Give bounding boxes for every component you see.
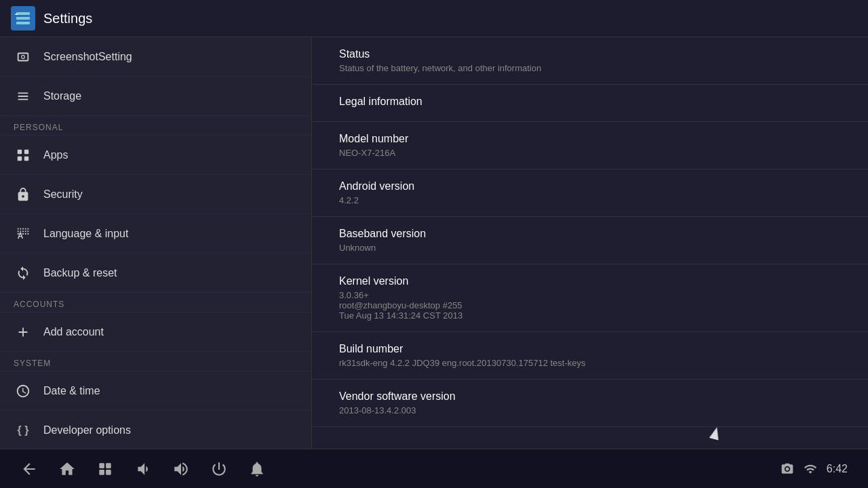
- apps-icon: [14, 146, 33, 165]
- svg-text:A: A: [18, 231, 24, 241]
- legal-title: Legal information: [339, 96, 841, 108]
- info-android[interactable]: Android version 4.2.2: [312, 169, 868, 217]
- nav-left: [20, 460, 266, 478]
- android-title: Android version: [339, 180, 841, 192]
- model-title: Model number: [339, 133, 841, 145]
- baseband-subtitle: Unknown: [339, 243, 841, 253]
- apps-label: Apps: [43, 149, 68, 161]
- main-content: ScreenshotSetting Storage PERSONAL Apps …: [0, 37, 868, 449]
- status-subtitle: Status of the battery, network, and othe…: [339, 63, 841, 73]
- top-bar: Settings: [0, 0, 868, 37]
- screenshot-status-icon: [781, 462, 794, 476]
- page-title: Settings: [43, 11, 92, 26]
- info-build[interactable]: Build number rk31sdk-eng 4.2.2 JDQ39 eng…: [312, 332, 868, 380]
- model-subtitle: NEO-X7-216A: [339, 148, 841, 158]
- vendor-subtitle: 2013-08-13.4.2.003: [339, 405, 841, 415]
- info-baseband[interactable]: Baseband version Unknown: [312, 217, 868, 264]
- info-status[interactable]: Status Status of the battery, network, a…: [312, 37, 868, 85]
- addaccount-label: Add account: [43, 326, 104, 338]
- developer-label: Developer options: [43, 424, 131, 436]
- screenshot-label: ScreenshotSetting: [43, 51, 132, 63]
- datetime-label: Date & time: [43, 385, 100, 397]
- developer-icon: { }: [14, 421, 33, 440]
- clock-display: 6:42: [827, 463, 848, 475]
- sidebar-item-storage[interactable]: Storage: [0, 77, 311, 116]
- info-legal[interactable]: Legal information: [312, 85, 868, 122]
- svg-rect-4: [18, 149, 22, 153]
- build-title: Build number: [339, 343, 841, 355]
- baseband-title: Baseband version: [339, 228, 841, 240]
- svg-rect-5: [24, 149, 28, 153]
- svg-rect-11: [99, 470, 104, 475]
- security-icon: [14, 185, 33, 204]
- camera-icon: [14, 47, 33, 66]
- storage-icon: [14, 87, 33, 106]
- svg-rect-9: [99, 463, 104, 468]
- clock-icon: [14, 382, 33, 401]
- backup-label: Backup & reset: [43, 267, 117, 279]
- back-button[interactable]: [20, 460, 38, 478]
- svg-rect-3: [15, 14, 18, 15]
- right-panel: Status Status of the battery, network, a…: [312, 37, 868, 449]
- info-vendor[interactable]: Vendor software version 2013-08-13.4.2.0…: [312, 380, 868, 427]
- status-title: Status: [339, 48, 841, 60]
- home-button[interactable]: [58, 460, 76, 478]
- language-label: Language & input: [43, 228, 128, 240]
- sidebar-item-addaccount[interactable]: Add account: [0, 312, 311, 352]
- nav-bar: 6:42: [0, 449, 868, 488]
- volume-up-button[interactable]: [172, 460, 190, 478]
- power-button[interactable]: [210, 460, 228, 478]
- recents-button[interactable]: [96, 460, 114, 478]
- section-personal: PERSONAL: [0, 116, 311, 136]
- svg-rect-0: [16, 12, 30, 15]
- sidebar: ScreenshotSetting Storage PERSONAL Apps …: [0, 37, 312, 449]
- info-kernel[interactable]: Kernel version 3.0.36+ root@zhangboyu-de…: [312, 264, 868, 332]
- vendor-title: Vendor software version: [339, 390, 841, 403]
- build-subtitle: rk31sdk-eng 4.2.2 JDQ39 eng.root.2013073…: [339, 358, 841, 368]
- security-label: Security: [43, 188, 83, 201]
- sidebar-item-security[interactable]: Security: [0, 175, 311, 214]
- kernel-title: Kernel version: [339, 275, 841, 287]
- svg-rect-10: [106, 463, 111, 468]
- storage-label: Storage: [43, 90, 81, 102]
- svg-rect-2: [16, 22, 30, 24]
- sidebar-item-apps[interactable]: Apps: [0, 136, 311, 175]
- sidebar-item-screenshot[interactable]: ScreenshotSetting: [0, 37, 311, 77]
- svg-rect-12: [106, 470, 111, 475]
- volume-down-button[interactable]: [134, 460, 152, 478]
- section-system: SYSTEM: [0, 352, 311, 371]
- app-icon: [11, 6, 35, 30]
- language-icon: A: [14, 224, 33, 243]
- sidebar-item-backup[interactable]: Backup & reset: [0, 253, 311, 293]
- sidebar-item-datetime[interactable]: Date & time: [0, 371, 311, 411]
- backup-icon: [14, 264, 33, 283]
- add-icon: [14, 323, 33, 342]
- android-subtitle: 4.2.2: [339, 195, 841, 205]
- kernel-subtitle: 3.0.36+ root@zhangboyu-desktop #255 Tue …: [339, 290, 841, 321]
- svg-rect-1: [16, 17, 30, 20]
- sidebar-item-developer[interactable]: { } Developer options: [0, 411, 311, 449]
- sidebar-item-language[interactable]: A Language & input: [0, 214, 311, 253]
- info-model[interactable]: Model number NEO-X7-216A: [312, 122, 868, 169]
- section-accounts: ACCOUNTS: [0, 293, 311, 312]
- svg-rect-6: [18, 156, 22, 160]
- wifi-icon: [804, 462, 817, 476]
- nav-right: 6:42: [781, 462, 848, 476]
- notifications-button[interactable]: [248, 460, 266, 478]
- svg-rect-7: [24, 156, 28, 160]
